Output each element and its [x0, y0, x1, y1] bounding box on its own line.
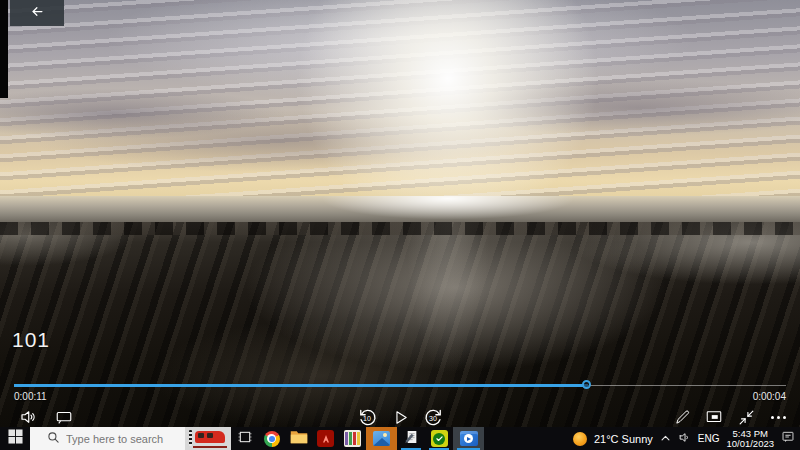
films-and-tv-icon: [460, 431, 478, 446]
taskbar-app-document[interactable]: [397, 427, 425, 450]
taskbar-app-train[interactable]: [185, 427, 231, 450]
play-button[interactable]: [390, 407, 410, 427]
volume-button[interactable]: [18, 407, 38, 427]
volume-icon: [19, 408, 37, 426]
file-explorer-icon: [290, 429, 308, 448]
search-icon: [47, 430, 60, 448]
mini-player-button[interactable]: [704, 407, 724, 427]
taskbar-app-acrobat[interactable]: [312, 427, 339, 450]
video-sea: [0, 196, 800, 222]
video-player[interactable]: 101 0:00:11 0:00:04: [0, 0, 800, 427]
skip-forward-button[interactable]: 30: [423, 407, 443, 427]
pen-icon: [674, 409, 691, 426]
signal-pole-icon: [189, 430, 192, 446]
play-icon: [392, 409, 409, 426]
video-overlay-number: 101: [12, 328, 50, 352]
video-shore: [0, 222, 800, 427]
tray-volume-button[interactable]: [678, 430, 691, 448]
system-tray: 21°C Sunny ENG 5:43 PM 10/01/2023: [573, 427, 800, 450]
weather-text[interactable]: 21°C Sunny: [594, 433, 653, 445]
closed-captions-icon: [55, 408, 73, 426]
seek-fill: [14, 384, 588, 387]
back-icon: [30, 4, 45, 23]
exit-fullscreen-icon: [738, 409, 755, 426]
taskbar: 21°C Sunny ENG 5:43 PM 10/01/2023: [0, 427, 800, 450]
taskbar-app-photos[interactable]: [366, 427, 397, 450]
chevron-up-icon: [660, 430, 671, 448]
more-options-icon: [771, 416, 786, 419]
speaker-icon: [678, 430, 691, 448]
remaining-time: 0:00:04: [753, 391, 786, 402]
photos-icon: [373, 431, 390, 446]
exit-fullscreen-button[interactable]: [736, 407, 756, 427]
chrome-icon: [264, 431, 280, 447]
action-center-icon: [781, 430, 795, 448]
taskbar-app-films-tv[interactable]: [453, 427, 484, 450]
train-track: [193, 446, 227, 448]
train-app-icon: [195, 431, 225, 443]
document-editor-icon: [403, 429, 419, 449]
screen: 101 0:00:11 0:00:04: [0, 0, 800, 450]
winrar-icon: [344, 430, 361, 447]
taskbar-app-antivirus[interactable]: [425, 427, 453, 450]
seek-handle[interactable]: [582, 380, 591, 389]
skip-forward-label: 30: [429, 415, 437, 422]
adobe-acrobat-icon: [317, 430, 334, 447]
taskbar-app-chrome[interactable]: [258, 427, 285, 450]
clock-date: 10/01/2023: [726, 439, 774, 449]
language-indicator[interactable]: ENG: [698, 433, 720, 444]
antivirus-check-icon: [431, 430, 448, 447]
edit-button[interactable]: [672, 407, 692, 427]
back-button[interactable]: [10, 0, 64, 26]
task-view-icon: [237, 429, 253, 449]
action-center-button[interactable]: [781, 430, 795, 448]
video-sky: [0, 0, 800, 196]
task-view-button[interactable]: [231, 427, 258, 450]
seek-bar[interactable]: [14, 384, 786, 388]
taskbar-app-file-explorer[interactable]: [285, 427, 312, 450]
tray-chevron-button[interactable]: [660, 430, 671, 448]
clock-time: 5:43 PM: [733, 429, 768, 439]
more-options-button[interactable]: [768, 407, 788, 427]
closed-captions-button[interactable]: [54, 407, 74, 427]
video-seaweed-band: [0, 222, 800, 235]
search-input[interactable]: [66, 433, 176, 445]
skip-back-label: 10: [363, 415, 371, 422]
mini-player-icon: [705, 408, 723, 426]
taskbar-search[interactable]: [30, 427, 185, 450]
skip-back-button[interactable]: 10: [357, 407, 377, 427]
clock[interactable]: 5:43 PM 10/01/2023: [726, 429, 774, 449]
video-left-black-strip: [0, 0, 8, 98]
start-icon: [8, 429, 23, 448]
start-button[interactable]: [0, 427, 30, 450]
elapsed-time: 0:00:11: [14, 391, 47, 402]
sun-icon[interactable]: [573, 432, 587, 446]
taskbar-app-winrar[interactable]: [339, 427, 366, 450]
